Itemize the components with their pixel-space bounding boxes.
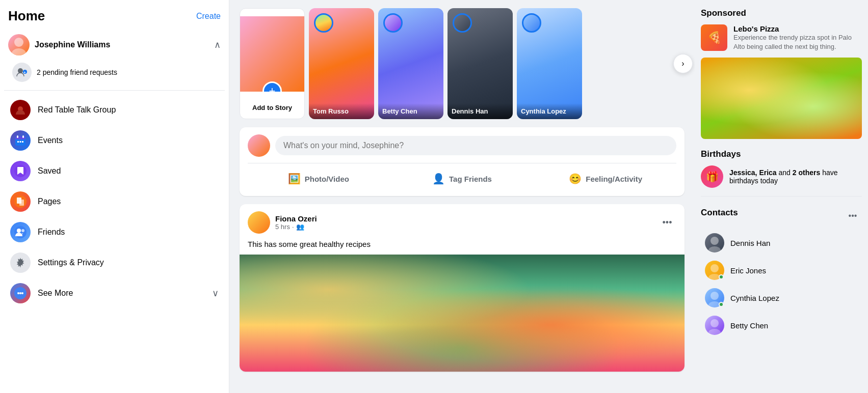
sidebar-user-josephine[interactable]: Josephine Williams ∧ — [4, 30, 225, 60]
stories-container: Tom Russo Betty Chen Dennis Han — [309, 8, 685, 119]
sidebar-item-saved[interactable]: Saved — [4, 156, 225, 186]
svg-point-26 — [21, 292, 23, 294]
svg-point-24 — [17, 292, 19, 294]
birthday-names: Jessica, Erica — [729, 169, 777, 177]
svg-point-19 — [17, 229, 21, 233]
photo-video-button[interactable]: 🖼️ Photo/Video — [248, 169, 389, 189]
user-name-josephine: Josephine Williams — [35, 40, 110, 49]
contacts-more-button[interactable]: ••• — [844, 207, 862, 225]
sponsored-title: Sponsored — [701, 8, 862, 18]
sidebar-item-events[interactable]: Events — [4, 125, 225, 156]
contact-avatar-cynthia — [705, 288, 724, 307]
sidebar-item-label-friends: Friends — [38, 228, 65, 237]
post-input[interactable] — [275, 136, 676, 155]
tag-friends-icon: 👤 — [432, 173, 445, 185]
contacts-header: Contacts ••• — [701, 207, 862, 225]
svg-point-27 — [711, 237, 719, 245]
story-tom-russo[interactable]: Tom Russo — [309, 8, 374, 119]
svg-point-25 — [19, 292, 21, 294]
post-meta: 5 hrs · 👥 — [275, 223, 317, 231]
sponsor-name: Lebo's Pizza — [733, 24, 862, 33]
chevron-down-icon: ∨ — [212, 288, 219, 299]
pages-icon — [10, 191, 31, 212]
sidebar-item-label-settings: Settings & Privacy — [38, 258, 104, 267]
sidebar-item-red-table[interactable]: Red Table Talk Group — [4, 95, 225, 125]
post-input-row — [248, 134, 676, 157]
post-author-info: Fiona Ozeri 5 hrs · 👥 — [248, 211, 317, 234]
post-header-fiona: Fiona Ozeri 5 hrs · 👥 ••• — [240, 204, 685, 238]
contact-betty-chen[interactable]: Betty Chen — [701, 312, 862, 339]
post-actions: 🖼️ Photo/Video 👤 Tag Friends 😊 Feeling/A… — [248, 163, 676, 189]
story-avatar-dennis — [453, 13, 472, 33]
story-label-cynthia: Cynthia Lopez — [517, 103, 582, 119]
tag-friends-button[interactable]: 👤 Tag Friends — [391, 169, 533, 189]
feeling-label: Feeling/Activity — [586, 175, 642, 183]
svg-point-28 — [708, 246, 721, 252]
story-label-betty: Betty Chen — [378, 103, 443, 119]
stories-row: + Add to Story Tom Russo Betty Chen — [240, 8, 685, 119]
sponsor-description: Experience the trendy pizza spot in Palo… — [733, 33, 862, 51]
photo-video-icon: 🖼️ — [288, 173, 301, 185]
sidebar-title: Home — [8, 8, 45, 24]
create-button[interactable]: Create — [196, 12, 221, 21]
sidebar-item-settings[interactable]: Settings & Privacy — [4, 247, 225, 278]
pending-requests[interactable]: + 2 pending friend requests — [4, 60, 225, 86]
svg-point-22 — [19, 261, 22, 264]
sidebar-item-label-events: Events — [38, 136, 63, 145]
sidebar-item-friends[interactable]: Friends — [4, 217, 225, 247]
svg-rect-18 — [14, 226, 27, 238]
feeling-activity-button[interactable]: 😊 Feeling/Activity — [535, 169, 676, 189]
sidebar-item-pages[interactable]: Pages — [4, 186, 225, 217]
post-avatar-josephine — [248, 134, 270, 157]
svg-rect-17 — [19, 200, 24, 206]
add-to-story-label: Add to Story — [252, 104, 292, 111]
birthday-item: 🎁 Jessica, Erica and 2 others have birth… — [701, 165, 862, 188]
post-box: 🖼️ Photo/Video 👤 Tag Friends 😊 Feeling/A… — [240, 127, 685, 196]
feeling-icon: 😊 — [569, 173, 582, 185]
post-audience-icon: 👥 — [296, 223, 304, 231]
post-more-button[interactable]: ••• — [658, 213, 676, 232]
see-more-icon — [10, 283, 31, 303]
sidebar-item-label-see-more: See More — [38, 289, 73, 298]
events-icon — [10, 130, 31, 151]
sidebar-item-label-saved: Saved — [38, 166, 61, 176]
sponsor-image-lebos[interactable] — [701, 58, 862, 139]
post-dot: · — [292, 223, 294, 231]
story-betty-chen[interactable]: Betty Chen — [378, 8, 443, 119]
contact-avatar-dennis — [705, 233, 724, 252]
photo-video-label: Photo/Video — [305, 175, 349, 183]
svg-rect-13 — [22, 141, 23, 143]
svg-point-20 — [21, 229, 24, 232]
birthdays-title: Birthdays — [701, 149, 862, 159]
contact-name-betty: Betty Chen — [730, 321, 768, 330]
svg-point-1 — [12, 48, 26, 55]
svg-point-33 — [711, 319, 719, 327]
birthday-icon: 🎁 — [701, 165, 723, 188]
contact-dennis-han[interactable]: Dennis Han — [701, 229, 862, 257]
sidebar-divider — [4, 90, 225, 91]
svg-rect-12 — [20, 141, 21, 143]
add-to-story-card[interactable]: + Add to Story — [240, 8, 305, 119]
contacts-title: Contacts — [701, 208, 738, 218]
sponsor-logo-lebos: 🍕 — [701, 24, 727, 51]
sidebar-item-see-more[interactable]: See More ∨ — [4, 278, 225, 308]
svg-point-31 — [711, 292, 719, 300]
add-story-photo-bg: + — [240, 16, 304, 92]
right-panel: Sponsored 🍕 Lebo's Pizza Experience the … — [695, 0, 868, 393]
story-avatar-tom — [314, 13, 333, 33]
birthday-count: 2 others — [793, 169, 820, 177]
contact-cynthia-lopez[interactable]: Cynthia Lopez — [701, 284, 862, 312]
story-label-dennis: Dennis Han — [448, 103, 513, 119]
add-story-plus-icon: + — [262, 81, 282, 92]
sidebar: Home Create Josephine Williams ∧ — [0, 0, 229, 393]
story-cynthia-lopez[interactable]: Cynthia Lopez — [517, 8, 582, 119]
stories-next-button[interactable]: › — [673, 54, 693, 73]
story-dennis-han[interactable]: Dennis Han — [448, 8, 513, 119]
saved-icon — [10, 161, 31, 181]
contact-eric-jones[interactable]: Eric Jones — [701, 257, 862, 284]
post-author-name: Fiona Ozeri — [275, 214, 317, 223]
post-image-fiona — [240, 255, 685, 372]
contact-avatar-betty — [705, 316, 724, 335]
main-feed: + Add to Story Tom Russo Betty Chen — [229, 0, 695, 393]
chevron-up-icon: ∧ — [214, 39, 221, 50]
